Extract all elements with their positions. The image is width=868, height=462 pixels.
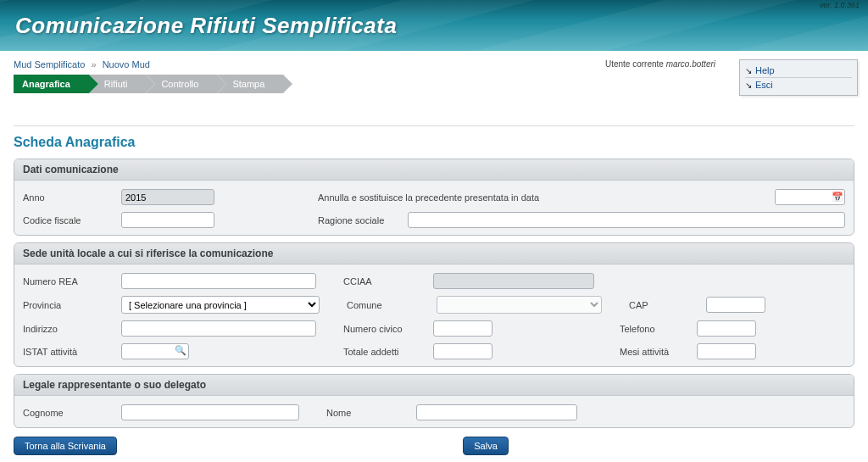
version-label: ver. 1.0.361	[820, 2, 860, 10]
comune-select[interactable]	[437, 296, 602, 314]
mesi-attivita-label: Mesi attività	[620, 347, 692, 357]
anno-field	[121, 189, 214, 205]
wizard-step-anagrafica[interactable]: Anagrafica	[14, 75, 89, 93]
help-link-row: ↘ Help	[745, 64, 852, 78]
annulla-date-input[interactable]	[776, 190, 831, 204]
save-button[interactable]: Salva	[463, 437, 509, 455]
page-title: Scheda Anagrafica	[14, 135, 854, 150]
mesi-attivita-field[interactable]	[697, 343, 756, 359]
breadcrumb: Mud Semplificato » Nuovo Mud	[14, 59, 854, 70]
annulla-label: Annulla e sostituisce la precedente pres…	[318, 192, 539, 203]
wizard-steps: Anagrafica Rifiuti Controllo Stampa	[14, 75, 854, 93]
breadcrumb-current[interactable]: Nuovo Mud	[103, 59, 150, 70]
anno-label: Anno	[23, 192, 116, 203]
codice-fiscale-field[interactable]	[121, 212, 214, 228]
cognome-field[interactable]	[121, 404, 299, 420]
telefono-label: Telefono	[620, 324, 692, 334]
numero-rea-field[interactable]	[121, 273, 316, 289]
comune-label: Comune	[347, 300, 431, 310]
app-title: Comunicazione Rifiuti Semplificata	[15, 13, 397, 39]
panel-legale-rappresentante: Legale rappresentante o suo delegato Cog…	[14, 374, 854, 428]
divider	[14, 125, 854, 126]
istat-search-wrap: 🔍	[121, 343, 189, 359]
panel-sede-unita: Sede unità locale a cui si riferisce la …	[14, 242, 854, 367]
breadcrumb-root[interactable]: Mud Semplificato	[14, 59, 85, 70]
annulla-date-field[interactable]: 📅	[775, 189, 845, 205]
calendar-icon[interactable]: 📅	[831, 190, 844, 204]
totale-addetti-field[interactable]	[433, 343, 492, 359]
app-header: Comunicazione Rifiuti Semplificata ver. …	[0, 0, 868, 51]
provincia-label: Provincia	[23, 300, 116, 310]
cap-label: CAP	[629, 300, 701, 310]
current-user-label: Utente corrente	[605, 59, 664, 69]
cciaa-label: CCIAA	[343, 276, 428, 287]
arrow-icon: ↘	[745, 81, 752, 90]
topbar: Mud Semplificato » Nuovo Mud Utente corr…	[0, 51, 868, 100]
numero-civico-label: Numero civico	[343, 324, 428, 334]
provincia-select[interactable]: [ Selezionare una provincia ]	[121, 296, 320, 314]
istat-label: ISTAT attività	[23, 347, 116, 357]
indirizzo-field[interactable]	[121, 320, 316, 337]
wizard-step-stampa[interactable]: Stampa	[217, 75, 283, 93]
cciaa-field	[433, 273, 594, 289]
panel-header-sede: Sede unità locale a cui si riferisce la …	[14, 243, 854, 264]
exit-link[interactable]: Esci	[755, 80, 773, 90]
numero-rea-label: Numero REA	[23, 276, 116, 287]
side-links-box: ↘ Help ↘ Esci	[739, 59, 858, 96]
codice-fiscale-label: Codice fiscale	[23, 215, 116, 225]
ragione-sociale-label: Ragione sociale	[318, 215, 403, 225]
ragione-sociale-field[interactable]	[408, 212, 845, 228]
button-row: Torna alla Scrivania Salva	[14, 437, 854, 455]
panel-header-legale: Legale rappresentante o suo delegato	[14, 375, 854, 396]
numero-civico-field[interactable]	[433, 320, 492, 337]
current-user: Utente corrente marco.botteri	[605, 59, 715, 69]
panel-header-dati: Dati comunicazione	[14, 159, 854, 181]
cognome-label: Cognome	[23, 408, 116, 418]
wizard-step-controllo[interactable]: Controllo	[146, 75, 217, 93]
breadcrumb-separator: »	[91, 59, 96, 70]
nome-field[interactable]	[416, 404, 577, 420]
current-user-name: marco.botteri	[666, 59, 715, 69]
arrow-icon: ↘	[745, 66, 752, 75]
nome-label: Nome	[326, 408, 411, 418]
totale-addetti-label: Totale addetti	[343, 347, 428, 357]
panel-dati-comunicazione: Dati comunicazione Anno Annulla e sostit…	[14, 159, 854, 236]
indirizzo-label: Indirizzo	[23, 324, 116, 334]
back-button[interactable]: Torna alla Scrivania	[14, 437, 117, 455]
exit-link-row: ↘ Esci	[745, 78, 852, 92]
cap-field[interactable]	[706, 297, 765, 313]
search-icon[interactable]: 🔍	[175, 345, 186, 356]
telefono-field[interactable]	[697, 320, 756, 337]
help-link[interactable]: Help	[755, 65, 775, 75]
